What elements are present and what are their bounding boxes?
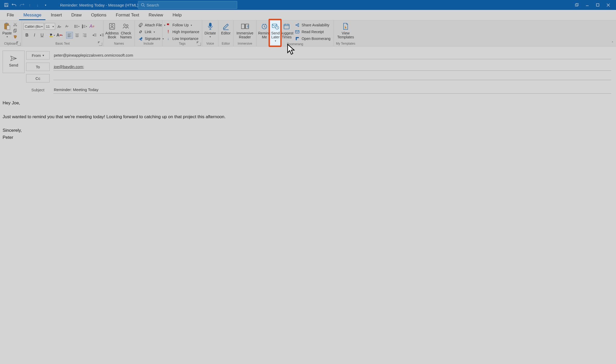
signature-button[interactable]: Signature▾ xyxy=(136,35,165,42)
svg-point-17 xyxy=(75,25,75,26)
cut-icon[interactable] xyxy=(13,22,18,27)
tab-review[interactable]: Review xyxy=(144,10,167,20)
window-title: Reminder: Meeting Today - Message (HTML) xyxy=(60,3,138,7)
group-immersive: Immersive Reader Immersive xyxy=(234,20,257,46)
clipboard-dialog-launcher[interactable] xyxy=(18,43,21,46)
cc-field[interactable] xyxy=(53,77,611,80)
message-body[interactable]: Hey Joe, Just wanted to remind you that … xyxy=(0,96,616,145)
read-receipt-button[interactable]: Read Receipt xyxy=(293,29,332,35)
tags-dialog-launcher[interactable] xyxy=(198,43,201,46)
close-icon[interactable] xyxy=(603,0,613,10)
cc-button[interactable]: Cc xyxy=(26,74,50,82)
high-importance-button[interactable]: ! High Importance xyxy=(164,29,201,35)
low-importance-icon: ↓ xyxy=(166,36,171,41)
microphone-icon xyxy=(206,22,215,31)
link-button[interactable]: Link▾ xyxy=(136,29,156,35)
window-popout-icon[interactable] xyxy=(572,0,582,10)
qat-customize-icon[interactable]: ▾ xyxy=(43,2,48,8)
up-icon: ↑ xyxy=(27,2,32,8)
svg-rect-1 xyxy=(5,3,7,4)
highlight-icon[interactable]: ▾ xyxy=(49,32,55,39)
tab-format-text[interactable]: Format Text xyxy=(112,10,143,20)
immersive-reader-icon xyxy=(241,22,249,31)
svg-rect-5 xyxy=(576,3,578,6)
address-book-button[interactable]: Address Book xyxy=(105,21,119,39)
basic-text-dialog-launcher[interactable] xyxy=(99,43,102,46)
tab-insert[interactable]: Insert xyxy=(47,10,66,20)
tab-help[interactable]: Help xyxy=(168,10,186,20)
bullets-icon[interactable]: ▾ xyxy=(73,23,80,30)
search-icon xyxy=(141,3,145,7)
font-name-select[interactable]: Calibri (Bo▾ xyxy=(24,23,44,30)
search-box[interactable]: Search xyxy=(138,1,237,9)
view-templates-button[interactable]: View Templates xyxy=(335,21,356,39)
paste-button[interactable]: Paste ▾ xyxy=(2,21,13,38)
tab-draw[interactable]: Draw xyxy=(67,10,86,20)
italic-icon[interactable]: I xyxy=(31,32,38,39)
to-button[interactable]: To xyxy=(26,63,50,71)
tab-message[interactable]: Message xyxy=(19,10,45,20)
send-icon xyxy=(10,56,17,61)
svg-rect-12 xyxy=(7,26,10,30)
tab-options[interactable]: Options xyxy=(87,10,111,20)
maximize-icon[interactable] xyxy=(592,0,603,10)
svg-rect-15 xyxy=(14,30,16,32)
immersive-reader-button[interactable]: Immersive Reader xyxy=(235,21,255,39)
svg-point-49 xyxy=(111,25,113,27)
numbering-icon[interactable]: 123▾ xyxy=(81,23,88,30)
svg-point-61 xyxy=(296,25,297,26)
ribbon-tabs: File Message Insert Draw Options Format … xyxy=(0,10,616,20)
from-button[interactable]: From▾ xyxy=(26,51,50,59)
minimize-icon[interactable] xyxy=(582,0,592,10)
check-names-button[interactable]: Check Names xyxy=(119,21,133,39)
svg-text:3: 3 xyxy=(82,27,83,28)
low-importance-button[interactable]: ↓ Low Importance xyxy=(164,35,200,42)
signature-icon xyxy=(138,36,143,41)
read-receipt-icon xyxy=(295,29,300,34)
svg-point-62 xyxy=(298,23,299,25)
group-clipboard: Paste ▾ Clipboard xyxy=(0,20,22,46)
group-names: Address Book Check Names Names xyxy=(103,20,135,46)
undo-icon[interactable] xyxy=(11,2,17,8)
clear-formatting-icon[interactable]: A⊘ xyxy=(89,23,95,30)
svg-rect-52 xyxy=(209,23,211,27)
send-button[interactable]: Send xyxy=(3,51,25,73)
font-size-select[interactable]: 11▾ xyxy=(45,23,55,30)
send-later-button[interactable]: Send Later▾ xyxy=(271,21,280,42)
editor-icon xyxy=(222,22,230,31)
align-left-icon[interactable] xyxy=(66,32,73,39)
tab-file[interactable]: File xyxy=(3,10,18,20)
bold-icon[interactable]: B xyxy=(24,32,30,39)
group-include: Attach File▾ Link▾ Signature▾ Include xyxy=(135,20,162,46)
open-boomerang-button[interactable]: Open Boomerang xyxy=(293,35,332,42)
subject-field[interactable]: Reminder: Meeting Today xyxy=(53,86,611,94)
group-voice: Dictate▾ Voice xyxy=(202,20,218,46)
to-field[interactable]: joe@baydin.com; xyxy=(53,63,611,71)
collapse-ribbon-icon[interactable]: ˄ xyxy=(612,41,613,45)
decrease-indent-icon[interactable] xyxy=(91,32,98,39)
cursor-icon xyxy=(287,44,297,55)
copy-icon[interactable] xyxy=(13,28,18,33)
window-controls xyxy=(572,0,613,10)
editor-button[interactable]: Editor xyxy=(220,21,232,35)
save-icon[interactable] xyxy=(4,2,9,8)
grow-font-icon[interactable]: A▴ xyxy=(56,23,63,30)
align-center-icon[interactable] xyxy=(74,32,80,39)
suggest-times-button[interactable]: Suggest Times xyxy=(280,21,293,39)
svg-point-50 xyxy=(124,24,126,26)
format-painter-icon[interactable] xyxy=(13,34,18,40)
follow-up-button[interactable]: Follow Up▾ xyxy=(164,22,194,28)
share-availability-button[interactable]: Share Availability xyxy=(293,22,332,28)
title-bar: ↑ ↓ ▾ Reminder: Meeting Today - Message … xyxy=(0,0,616,10)
dictate-button[interactable]: Dictate▾ xyxy=(204,21,217,38)
remind-me-button[interactable]: Remind Me xyxy=(258,21,271,39)
group-basic-text: Calibri (Bo▾ 11▾ A▴ A▾ ▾ 123▾ A⊘ B I U ▾… xyxy=(22,20,103,46)
shrink-font-icon[interactable]: A▾ xyxy=(63,23,70,30)
svg-point-3 xyxy=(141,3,144,6)
from-field[interactable]: peter@pineapplepizzalovers.onmicrosoft.c… xyxy=(53,51,611,59)
font-color-icon[interactable]: A▾ xyxy=(56,32,63,39)
svg-point-51 xyxy=(126,25,128,27)
align-right-icon[interactable] xyxy=(81,32,88,39)
underline-icon[interactable]: U xyxy=(39,32,45,39)
svg-rect-2 xyxy=(5,5,7,7)
